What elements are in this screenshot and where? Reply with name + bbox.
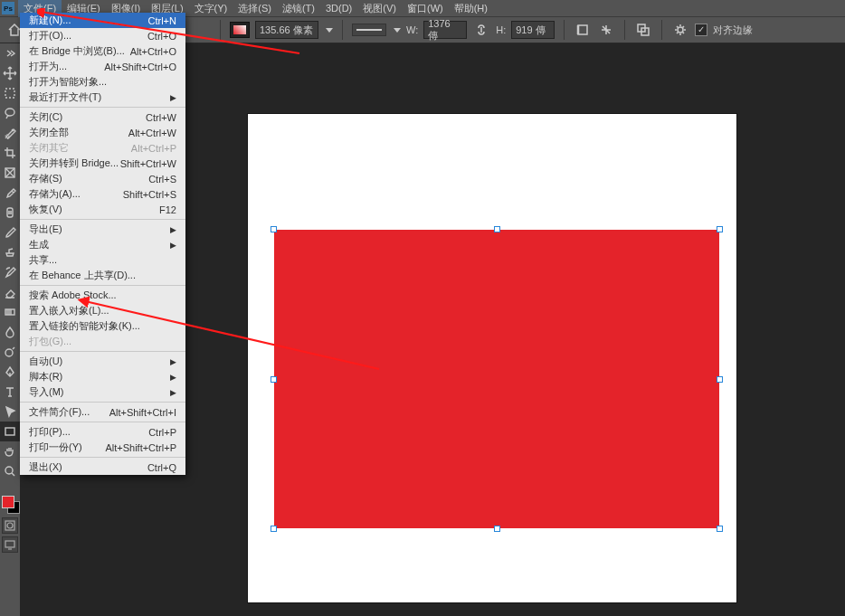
transform-handle[interactable] — [717, 376, 723, 383]
file-menu-item[interactable]: 打开为...Alt+Shift+Ctrl+O — [20, 59, 185, 74]
hand-tool[interactable] — [0, 441, 20, 461]
link-icon[interactable] — [472, 21, 490, 39]
file-menu-item[interactable]: 导入(M)▶ — [20, 384, 185, 400]
screenmode-icon[interactable] — [2, 536, 18, 553]
healing-brush-tool[interactable] — [0, 203, 20, 223]
dodge-tool[interactable] — [0, 342, 20, 362]
transform-handle[interactable] — [717, 226, 723, 232]
quickmask-icon[interactable] — [2, 517, 18, 534]
file-menu-item[interactable]: 在 Bridge 中浏览(B)...Alt+Ctrl+O — [20, 43, 185, 59]
transform-handle[interactable] — [271, 376, 277, 383]
stroke-preview[interactable] — [352, 24, 386, 36]
menu-item-label: 关闭其它 — [29, 141, 69, 155]
menu-select[interactable]: 选择(S) — [233, 0, 277, 17]
file-menu-item[interactable]: 置入嵌入对象(L)... — [20, 303, 185, 318]
stroke-dropdown-icon[interactable] — [394, 28, 401, 33]
file-menu-item[interactable]: 打开(O)...Ctrl+O — [20, 28, 185, 43]
document-canvas[interactable] — [248, 114, 736, 602]
file-menu-item[interactable]: 存储(S)Ctrl+S — [20, 171, 185, 186]
align-edges-checkbox[interactable] — [695, 24, 707, 36]
blur-tool[interactable] — [0, 322, 20, 342]
file-menu-item[interactable]: 最近打开文件(T)▶ — [20, 90, 185, 105]
file-menu-item[interactable]: 自动(U)▶ — [20, 354, 185, 369]
menu-3d[interactable]: 3D(D) — [320, 1, 357, 15]
menu-item-label: 自动(U) — [29, 355, 62, 368]
svg-point-11 — [5, 349, 13, 356]
menu-item-shortcut: Shift+Ctrl+W — [120, 158, 176, 169]
history-brush-tool[interactable] — [0, 262, 20, 282]
menu-item-label: 关闭全部 — [29, 126, 69, 139]
frame-tool[interactable] — [0, 163, 20, 183]
eyedropper-tool[interactable] — [0, 183, 20, 203]
submenu-arrow-icon: ▶ — [170, 93, 176, 102]
file-menu-item[interactable]: 导出(E)▶ — [20, 222, 185, 237]
menu-item-label: 打开为... — [29, 60, 67, 73]
brush-tool[interactable] — [0, 223, 20, 242]
width-field[interactable]: 1376 傳 — [423, 21, 467, 39]
menu-item-label: 置入链接的智能对象(K)... — [29, 319, 140, 333]
menu-item-shortcut: Alt+Shift+Ctrl+P — [105, 442, 176, 453]
file-menu-item[interactable]: 置入链接的智能对象(K)... — [20, 318, 185, 334]
menu-item-label: 存储为(A)... — [29, 187, 81, 201]
svg-rect-9 — [7, 208, 13, 217]
move-tool[interactable] — [0, 63, 20, 83]
red-rectangle-shape[interactable] — [274, 230, 719, 528]
transform-handle[interactable] — [494, 526, 500, 532]
transform-handle[interactable] — [717, 526, 723, 532]
menu-window[interactable]: 窗口(W) — [402, 0, 449, 17]
menu-filter[interactable]: 滤镜(T) — [277, 0, 320, 17]
height-field[interactable]: 919 傳 — [511, 21, 555, 39]
color-swatches[interactable] — [2, 496, 20, 514]
menu-type[interactable]: 文字(Y) — [189, 0, 233, 17]
transform-handle[interactable] — [271, 226, 277, 232]
align-edges-icon[interactable] — [597, 21, 615, 39]
pen-tool[interactable] — [0, 362, 20, 382]
path-ops-icon[interactable] — [634, 21, 652, 39]
rectangle-tool[interactable] — [0, 422, 20, 441]
zoom-value[interactable]: 135.66 像素 — [255, 21, 318, 39]
file-menu-item[interactable]: 存储为(A)...Shift+Ctrl+S — [20, 186, 185, 202]
file-menu-item[interactable]: 关闭(C)Ctrl+W — [20, 109, 185, 125]
file-menu-item[interactable]: 打开为智能对象... — [20, 74, 185, 90]
crop-tool[interactable] — [0, 143, 20, 163]
file-menu-item[interactable]: 搜索 Adobe Stock... — [20, 288, 185, 303]
fill-swatch[interactable] — [230, 22, 250, 38]
menu-item-shortcut: F12 — [159, 204, 176, 215]
file-menu-item[interactable]: 关闭全部Alt+Ctrl+W — [20, 125, 185, 140]
align-left-icon[interactable] — [574, 21, 592, 39]
eraser-tool[interactable] — [0, 282, 20, 302]
collapse-icon[interactable] — [0, 43, 20, 63]
gear-icon[interactable] — [671, 21, 689, 39]
menu-item-label: 在 Bridge 中浏览(B)... — [29, 44, 125, 58]
type-tool[interactable] — [0, 382, 20, 402]
transform-handle[interactable] — [494, 226, 500, 232]
path-select-tool[interactable] — [0, 402, 20, 422]
file-menu-item[interactable]: 打印(P)...Ctrl+P — [20, 424, 185, 440]
file-menu-dropdown: 新建(N)...Ctrl+N打开(O)...Ctrl+O在 Bridge 中浏览… — [20, 13, 185, 475]
lasso-tool[interactable] — [0, 103, 20, 123]
file-menu-item[interactable]: 在 Behance 上共享(D)... — [20, 268, 185, 283]
quick-select-tool[interactable] — [0, 123, 20, 143]
menu-view[interactable]: 视图(V) — [357, 0, 402, 17]
zoom-dropdown-icon[interactable] — [326, 28, 333, 33]
menu-item-label: 文件简介(F)... — [29, 405, 90, 419]
file-menu-item[interactable]: 共享... — [20, 252, 185, 268]
file-menu-item[interactable]: 新建(N)...Ctrl+N — [20, 13, 185, 28]
file-menu-item[interactable]: 关闭并转到 Bridge...Shift+Ctrl+W — [20, 156, 185, 171]
menu-item-label: 打开为智能对象... — [29, 75, 107, 89]
height-label: H: — [496, 24, 506, 35]
marquee-tool[interactable] — [0, 83, 20, 103]
file-menu-item[interactable]: 文件简介(F)...Alt+Shift+Ctrl+I — [20, 404, 185, 420]
file-menu-item[interactable]: 生成▶ — [20, 237, 185, 252]
gradient-tool[interactable] — [0, 302, 20, 322]
foreground-color-swatch[interactable] — [2, 496, 14, 508]
submenu-arrow-icon: ▶ — [170, 373, 176, 382]
zoom-tool[interactable] — [0, 461, 20, 481]
transform-handle[interactable] — [271, 526, 277, 532]
menu-help[interactable]: 帮助(H) — [449, 0, 493, 17]
file-menu-item[interactable]: 脚本(R)▶ — [20, 369, 185, 384]
file-menu-item[interactable]: 恢复(V)F12 — [20, 202, 185, 217]
file-menu-item[interactable]: 退出(X)Ctrl+Q — [20, 460, 185, 475]
file-menu-item[interactable]: 打印一份(Y)Alt+Shift+Ctrl+P — [20, 440, 185, 455]
clone-stamp-tool[interactable] — [0, 242, 20, 262]
